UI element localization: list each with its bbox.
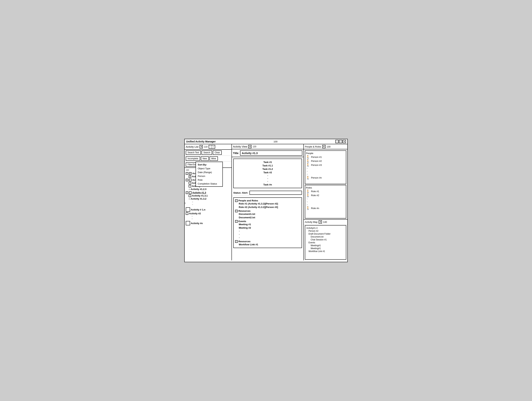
status-label: Status: Alert: xyxy=(233,191,248,194)
map-item: Events xyxy=(306,241,345,244)
clear-button[interactable]: Clear xyxy=(213,150,222,155)
activity-view-close-btn[interactable]: ✕ xyxy=(248,145,252,148)
checkbox-activityn[interactable] xyxy=(186,221,190,225)
people-roles-item: Role #2 (Activity #1.3.2)[Person #3] xyxy=(235,205,300,209)
person-icon: 🚶 xyxy=(306,159,310,163)
checkbox-activity2a[interactable] xyxy=(189,182,191,184)
list-item-2[interactable]: Activity #2 xyxy=(186,212,230,215)
map-item: Workflow Link #1 xyxy=(306,250,345,253)
events-dots: ○○○ xyxy=(235,230,300,239)
resources2-expand-icon[interactable]: − xyxy=(235,240,238,243)
checkbox-activity1[interactable]: ✓ xyxy=(189,172,191,175)
checkbox-activity1n[interactable] xyxy=(186,207,190,212)
close-button[interactable]: ✕ xyxy=(343,140,346,143)
role-icon: 🚶 xyxy=(306,194,310,197)
checkbox-activity2main[interactable] xyxy=(186,212,188,215)
people-roles-item: Role #1 (Activity #1.3.2)[Person #2] xyxy=(235,202,300,205)
task-item-n[interactable]: Task #n xyxy=(235,183,300,186)
role-row[interactable]: 🚶 Role #n xyxy=(306,206,345,210)
events-item: Meeting #2 xyxy=(235,226,300,230)
activity-map-close-btn[interactable]: ✕ xyxy=(319,220,322,224)
people-roles-header[interactable]: − People and Roles xyxy=(235,199,300,202)
collapse-plus-btn[interactable]: + xyxy=(212,145,215,148)
people-section: People 🚶 Person #1 🚶 Person #2 🚶 Person … xyxy=(305,150,346,184)
people-roles-section-title: People and Roles xyxy=(238,199,258,202)
activity-list-collapse-btns: − + xyxy=(209,145,215,149)
activity-list-number: 110 xyxy=(204,145,208,148)
roles-dots: ○○○ xyxy=(306,197,345,206)
map-item: Draft Document Folder xyxy=(306,232,345,235)
resources1-header[interactable]: − Resources xyxy=(235,210,300,212)
activity-list-header: Activity List ✕ 110 − + xyxy=(185,144,232,150)
person-row[interactable]: 🚶 Person #1 xyxy=(306,155,345,159)
person-row[interactable]: 🚶 Person #2 xyxy=(306,159,345,163)
people-roles-expand-icon[interactable]: − xyxy=(235,199,238,202)
task-item[interactable]: Task #2 xyxy=(235,171,300,174)
list-item-n[interactable]: Activity #n xyxy=(186,221,230,226)
activity-map-content: Activity#1.3 Person #2 Draft Document Fo… xyxy=(305,225,346,260)
window-number: 100 xyxy=(274,140,278,143)
events-header[interactable]: − Events xyxy=(235,220,300,223)
people-dots: ○○○ xyxy=(306,167,345,176)
role-name: Role #n xyxy=(311,207,319,210)
resources2-header[interactable]: − Resources xyxy=(235,240,300,243)
list-item-123[interactable]: ◻ Activity #1.2.3 xyxy=(186,188,230,191)
sort-person[interactable]: Person xyxy=(196,174,222,178)
roles-section: Roles 🚶 Role #1 🚶 Role #2 ○○○ 🚶 Role #n xyxy=(305,185,346,219)
people-roles-close-btn[interactable]: ✕ xyxy=(322,145,326,148)
incomplete-button[interactable]: Incomplete xyxy=(186,157,200,161)
sort-completion-status[interactable]: Completion Status xyxy=(196,182,222,186)
search-row-1: Search Text Search Clear xyxy=(185,150,232,156)
list-item-131[interactable]: Activity #1.3.1 xyxy=(186,194,230,197)
search-button[interactable]: Search xyxy=(202,150,212,155)
map-item: Chat Session #1 xyxy=(306,238,345,241)
role-row[interactable]: 🚶 Role #1 xyxy=(306,189,345,194)
tasks-section: Task #1 Task #1.1 Task #1.2 Task #2 ○○○ … xyxy=(233,159,302,188)
checkbox-activity13[interactable] xyxy=(189,191,191,194)
list-item-1n[interactable]: Activity # 1.n xyxy=(186,207,230,212)
search-row-2: Incomplete New Mine xyxy=(185,156,232,162)
task-item[interactable]: Task #1 xyxy=(235,160,300,164)
sort-date-range[interactable]: Date (Range) xyxy=(196,170,222,174)
maximize-button[interactable]: □ xyxy=(339,140,342,143)
roles-label: Roles xyxy=(306,186,345,189)
activity-title-value[interactable]: Activity #1.3 xyxy=(240,150,302,156)
task-item[interactable]: Task #1.1 xyxy=(235,164,300,167)
resources2-section-title: Resources xyxy=(238,240,250,243)
checkbox-activity2b[interactable] xyxy=(189,185,191,188)
list-item-132[interactable]: ◻ Activity #1.3.2 xyxy=(186,197,230,200)
person-name: Person #3 xyxy=(311,164,322,166)
mine-button[interactable]: Mine xyxy=(209,157,218,161)
checkbox-activity131[interactable] xyxy=(189,194,191,197)
expand-activity2[interactable]: − xyxy=(186,179,188,181)
sort-object-type[interactable]: Object Type xyxy=(196,167,222,170)
person-name: Person #1 xyxy=(311,156,322,158)
person-icon: 🚶 xyxy=(306,176,310,179)
expand-activity13[interactable]: − xyxy=(186,191,188,194)
collapse-minus-btn[interactable]: − xyxy=(209,145,212,148)
sort-role[interactable]: Role xyxy=(196,178,222,182)
checkbox-activity2[interactable] xyxy=(189,179,191,181)
new-button[interactable]: New xyxy=(201,157,209,161)
activity-view-panel: Activity View ✕ 120 Title Activity #1.3 … xyxy=(232,144,304,260)
minimize-button[interactable]: — xyxy=(335,140,339,143)
people-roles-panel-title: People & Roles xyxy=(305,145,321,148)
checkbox-activity1a[interactable]: ✓ xyxy=(189,175,191,178)
activity-list-close-btn[interactable]: ✕ xyxy=(200,145,203,148)
tasks-dots: ○○○ xyxy=(235,174,300,183)
right-panel: People & Roles ✕ 130 People 🚶 Person #1 … xyxy=(304,144,347,260)
task-item[interactable]: Task #1.2 xyxy=(235,167,300,171)
activity-map-title: Activity Map xyxy=(305,221,317,223)
person-row[interactable]: 🚶 Person #n xyxy=(306,176,345,180)
status-input[interactable] xyxy=(249,191,302,195)
role-name: Role #2 xyxy=(311,194,319,197)
person-row[interactable]: 🚶 Person #3 xyxy=(306,163,345,167)
role-row[interactable]: 🚶 Role #2 xyxy=(306,194,345,197)
expand-activity1[interactable]: − xyxy=(186,172,188,175)
resources1-expand-icon[interactable]: − xyxy=(235,210,238,212)
activity-list-panel: Activity List ✕ 110 − + Search Text Sear… xyxy=(185,144,232,260)
events-expand-icon[interactable]: − xyxy=(235,220,238,223)
activity-map-number: 140 xyxy=(323,221,327,223)
window-controls: — □ ✕ xyxy=(335,140,346,143)
list-item-13[interactable]: − Activity #1.3 xyxy=(186,191,230,194)
